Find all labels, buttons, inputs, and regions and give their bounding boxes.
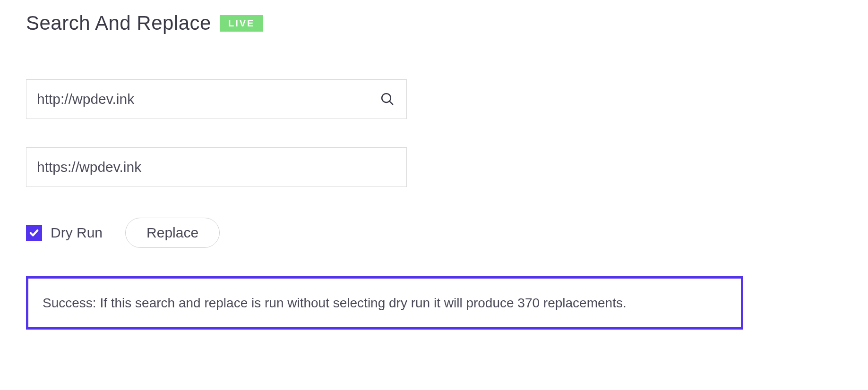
replace-input[interactable] <box>26 147 407 187</box>
check-icon <box>29 228 39 238</box>
search-input-wrapper <box>26 79 407 119</box>
replace-input-wrapper <box>26 147 407 187</box>
result-box: Success: If this search and replace is r… <box>26 276 743 330</box>
result-message: Success: If this search and replace is r… <box>43 294 727 312</box>
page-title: Search And Replace <box>26 12 211 34</box>
page-header: Search And Replace LIVE <box>26 12 842 34</box>
dry-run-checkbox[interactable] <box>26 225 42 241</box>
controls-row: Dry Run Replace <box>26 218 842 248</box>
environment-badge: LIVE <box>220 15 263 32</box>
dry-run-label: Dry Run <box>51 225 103 241</box>
dry-run-group: Dry Run <box>26 225 103 241</box>
replace-button[interactable]: Replace <box>125 218 220 248</box>
search-input[interactable] <box>26 79 407 119</box>
